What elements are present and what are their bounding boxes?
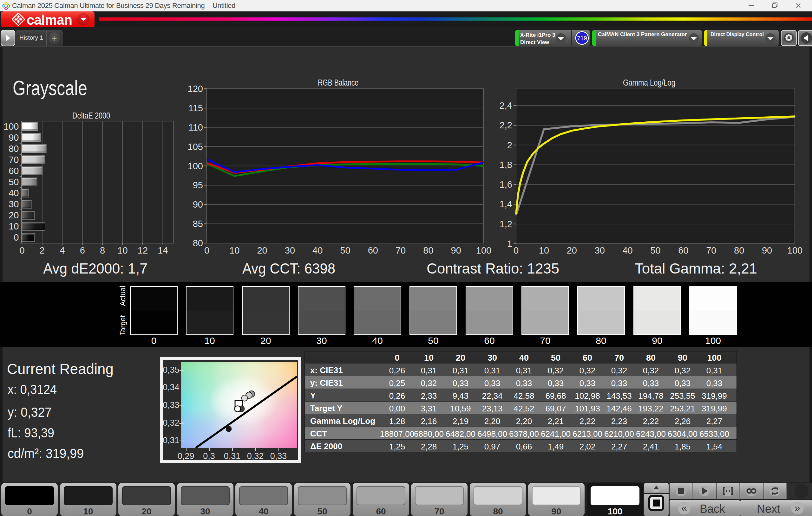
svg-text:4: 4: [60, 245, 65, 255]
svg-text:719: 719: [577, 35, 587, 41]
svg-text:0: 0: [13, 232, 19, 242]
svg-text:80: 80: [423, 245, 433, 255]
svg-text:70: 70: [396, 245, 406, 255]
svg-text:Gamma Log/Log: Gamma Log/Log: [623, 78, 675, 88]
svg-text:Total Gamma: 2,21: Total Gamma: 2,21: [635, 260, 757, 277]
svg-text:100: 100: [476, 245, 491, 255]
svg-text:95: 95: [193, 180, 203, 190]
svg-text:50: 50: [650, 245, 660, 255]
svg-text:110: 110: [188, 122, 203, 132]
svg-text:2,2: 2,2: [499, 120, 512, 130]
svg-text:RGB Balance: RGB Balance: [318, 78, 358, 88]
svg-text:2: 2: [40, 245, 45, 255]
svg-text:85: 85: [193, 219, 203, 229]
svg-text:80: 80: [8, 144, 19, 154]
svg-text:6: 6: [80, 245, 85, 255]
svg-text:DeltaE 2000: DeltaE 2000: [72, 111, 110, 120]
svg-text:60: 60: [368, 245, 378, 255]
svg-text:30: 30: [595, 245, 605, 255]
svg-text:x: 0,3124: x: 0,3124: [8, 382, 57, 397]
svg-text:60: 60: [678, 245, 688, 255]
svg-text:30: 30: [285, 245, 295, 255]
svg-text:12: 12: [138, 245, 148, 255]
svg-text:1,2: 1,2: [499, 219, 512, 229]
svg-text:40: 40: [622, 245, 633, 255]
svg-text:0: 0: [514, 245, 519, 255]
svg-text:2: 2: [507, 140, 512, 150]
svg-text:1,8: 1,8: [499, 160, 512, 170]
svg-text:115: 115: [188, 103, 203, 113]
svg-text:cd/m²: 319,99: cd/m²: 319,99: [8, 446, 84, 461]
svg-text:50: 50: [340, 245, 350, 255]
svg-text:80: 80: [193, 238, 203, 248]
svg-text:y: 0,327: y: 0,327: [8, 405, 52, 420]
svg-text:70: 70: [8, 155, 19, 165]
svg-text:10: 10: [117, 245, 127, 255]
svg-text:90: 90: [193, 200, 203, 210]
svg-text:100: 100: [787, 245, 803, 255]
svg-text:1: 1: [507, 239, 512, 249]
svg-text:fL: 93,39: fL: 93,39: [8, 425, 54, 440]
svg-text:Avg CCT: 6398: Avg CCT: 6398: [242, 260, 335, 277]
svg-text:70: 70: [706, 245, 716, 255]
svg-text:20: 20: [567, 245, 577, 255]
svg-text:Current Reading: Current Reading: [7, 361, 114, 377]
svg-text:60: 60: [8, 166, 19, 176]
svg-text:10: 10: [8, 221, 19, 232]
svg-text:Grayscale: Grayscale: [13, 77, 87, 99]
svg-text:1,6: 1,6: [499, 179, 512, 189]
svg-text:50: 50: [8, 177, 19, 187]
svg-text:105: 105: [188, 142, 203, 152]
svg-text:0: 0: [19, 245, 24, 255]
svg-text:30: 30: [8, 199, 19, 209]
svg-text:Contrast Ratio: 1235: Contrast Ratio: 1235: [427, 260, 559, 277]
svg-text:120: 120: [188, 84, 203, 94]
svg-text:40: 40: [313, 245, 323, 255]
svg-text:Avg dE2000: 1,7: Avg dE2000: 1,7: [43, 260, 147, 277]
svg-text:10: 10: [539, 245, 549, 255]
svg-text:80: 80: [734, 245, 744, 255]
svg-text:90: 90: [8, 132, 19, 143]
svg-text:0: 0: [204, 245, 209, 255]
svg-text:20: 20: [8, 210, 19, 220]
svg-text:100: 100: [3, 121, 19, 131]
svg-text:100: 100: [188, 161, 203, 171]
svg-text:20: 20: [257, 245, 267, 255]
svg-text:2,4: 2,4: [499, 100, 512, 111]
svg-text:1,4: 1,4: [499, 199, 512, 209]
svg-text:90: 90: [451, 245, 461, 255]
svg-text:14: 14: [157, 245, 168, 255]
svg-text:90: 90: [762, 245, 772, 255]
svg-text:8: 8: [100, 245, 105, 255]
svg-text:10: 10: [229, 245, 239, 255]
svg-text:40: 40: [8, 188, 19, 198]
